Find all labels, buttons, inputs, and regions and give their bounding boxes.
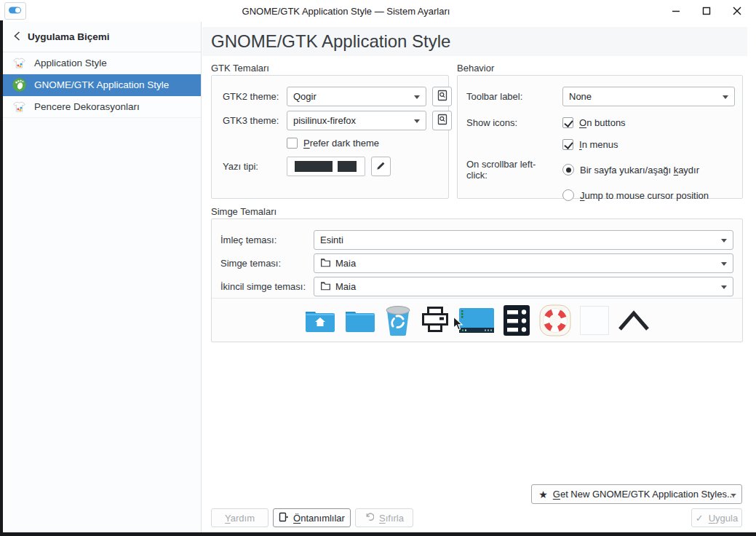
behavior-section-label: Behavior bbox=[457, 63, 494, 74]
application-style-icon bbox=[12, 55, 27, 71]
checkbox-checked[interactable] bbox=[562, 117, 573, 128]
apply-button[interactable]: ✓ Uygula bbox=[691, 508, 742, 527]
defaults-button[interactable]: Öntanımlılar bbox=[273, 508, 351, 527]
preview-icon bbox=[437, 114, 448, 127]
chevron-down-icon bbox=[721, 239, 727, 243]
system-settings-window: GNOME/GTK Application Style — Sistem Aya… bbox=[0, 0, 756, 536]
gtk3-preview-button[interactable] bbox=[432, 111, 452, 130]
reset-button[interactable]: Sıfırla bbox=[355, 508, 413, 527]
toggle-switch-icon bbox=[8, 6, 23, 17]
chevron-down-icon bbox=[723, 95, 728, 99]
window-title: GNOME/GTK Application Style — Sistem Aya… bbox=[26, 6, 666, 17]
get-new-styles-button[interactable]: ★ Get New GNOME/GTK Application Styles..… bbox=[531, 484, 742, 504]
scrollbar-left-click-label: On scrollbar left-click: bbox=[466, 159, 554, 181]
pencil-icon bbox=[375, 160, 386, 173]
sidebar-item-label: Pencere Dekorasyonları bbox=[34, 101, 140, 112]
checkbox-unchecked[interactable] bbox=[287, 138, 298, 149]
on-buttons-checkbox[interactable]: On buttons bbox=[562, 115, 733, 130]
gnome-foot-icon bbox=[12, 77, 27, 92]
show-icons-label: Show icons: bbox=[466, 117, 554, 128]
gtk2-preview-button[interactable] bbox=[432, 87, 452, 106]
font-name-block bbox=[295, 161, 333, 172]
server-database-icon bbox=[503, 304, 530, 336]
fallback-theme-combobox[interactable]: Maia bbox=[314, 277, 733, 296]
scroll-page-label: Bir sayfa yukarı/aşağı kaydır bbox=[580, 165, 699, 176]
preview-icon bbox=[437, 90, 448, 103]
mouse-cursor bbox=[453, 316, 463, 334]
toolbar-label-value: None bbox=[569, 91, 592, 102]
minimize-button[interactable] bbox=[666, 2, 686, 20]
toolbar-label-combobox[interactable]: None bbox=[562, 87, 735, 106]
sidebar-item-gnome-gtk-style[interactable]: GNOME/GTK Application Style bbox=[3, 74, 201, 96]
check-icon: ✓ bbox=[696, 513, 704, 524]
missing-icon bbox=[580, 306, 609, 335]
help-lifesaver-icon bbox=[538, 304, 572, 337]
sidebar-item-label: GNOME/GTK Application Style bbox=[34, 79, 169, 90]
folder-icon bbox=[320, 257, 331, 270]
gtk2-theme-label: GTK2 theme: bbox=[223, 91, 281, 102]
apply-label: Uygula bbox=[709, 513, 738, 524]
sidebar: Uygulama Biçemi Application Style GNOME/… bbox=[3, 22, 202, 532]
jump-to-cursor-label: Jump to mouse cursor position bbox=[580, 190, 709, 201]
cursor-theme-combobox[interactable]: Esinti bbox=[314, 230, 733, 250]
chevron-down-icon bbox=[721, 285, 727, 289]
icon-theme-label: Simge teması: bbox=[220, 258, 314, 269]
maximize-button[interactable] bbox=[696, 2, 717, 20]
gtk2-theme-combobox[interactable]: Qogir bbox=[287, 87, 426, 106]
undo-icon bbox=[365, 512, 374, 524]
gtk3-theme-combobox[interactable]: pisilinux-firefox bbox=[287, 111, 426, 130]
close-button[interactable] bbox=[727, 2, 747, 20]
icon-themes-section-label: Simge Temaları bbox=[211, 206, 276, 217]
sidebar-item-label: Application Style bbox=[34, 58, 107, 68]
radio-unselected[interactable] bbox=[562, 189, 574, 201]
fallback-theme-label: İkincil simge teması: bbox=[220, 281, 314, 292]
gtk3-theme-label: GTK3 theme: bbox=[223, 115, 281, 126]
defaults-label: Öntanımlılar bbox=[293, 513, 345, 524]
prefer-dark-theme-checkbox[interactable]: Prefer dark theme bbox=[287, 135, 437, 150]
folder-icon bbox=[320, 280, 331, 293]
window-bottom-edge bbox=[0, 532, 756, 536]
chevron-down-icon bbox=[731, 494, 736, 497]
radio-selected[interactable] bbox=[562, 164, 574, 176]
in-menus-checkbox[interactable]: In menus bbox=[562, 137, 733, 151]
folder-icon bbox=[344, 307, 376, 334]
font-preview-field bbox=[287, 157, 365, 176]
sidebar-toggle-button[interactable] bbox=[4, 2, 26, 20]
cursor-theme-label: İmleç teması: bbox=[220, 234, 314, 245]
chevron-down-icon bbox=[414, 119, 420, 123]
window-controls bbox=[666, 2, 747, 20]
defaults-icon bbox=[279, 512, 288, 524]
page-header: GNOME/GTK Application Style bbox=[202, 27, 747, 56]
on-buttons-label: On buttons bbox=[579, 117, 626, 128]
sidebar-back-label: Uygulama Biçemi bbox=[28, 31, 110, 42]
user-desktop-icon bbox=[458, 306, 495, 335]
icon-theme-combobox[interactable]: Maia bbox=[314, 253, 733, 273]
sidebar-back-header[interactable]: Uygulama Biçemi bbox=[3, 22, 201, 52]
go-up-icon bbox=[617, 310, 650, 331]
cursor-theme-value: Esinti bbox=[320, 234, 343, 245]
gtk-themes-section-label: GTK Temaları bbox=[211, 63, 269, 74]
scroll-page-radio[interactable]: Bir sayfa yukarı/aşağı kaydır bbox=[562, 162, 733, 177]
star-icon: ★ bbox=[538, 489, 548, 500]
help-label: Yardım bbox=[225, 513, 255, 524]
checkbox-checked[interactable] bbox=[562, 139, 573, 150]
font-edit-button[interactable] bbox=[371, 157, 391, 176]
titlebar: GNOME/GTK Application Style — Sistem Aya… bbox=[0, 0, 756, 22]
page-title: GNOME/GTK Application Style bbox=[211, 31, 450, 52]
icon-theme-value: Maia bbox=[335, 258, 356, 269]
behavior-group: Toolbar label: None Show icons: On butto… bbox=[457, 75, 743, 199]
font-label: Yazı tipi: bbox=[223, 161, 281, 172]
jump-to-cursor-radio[interactable]: Jump to mouse cursor position bbox=[562, 188, 733, 202]
back-chevron-icon bbox=[14, 31, 20, 43]
in-menus-label: In menus bbox=[579, 139, 618, 150]
window-decorations-icon bbox=[12, 99, 27, 114]
chevron-down-icon bbox=[414, 95, 420, 99]
gtk2-theme-value: Qogir bbox=[293, 91, 317, 102]
chevron-down-icon bbox=[721, 262, 727, 266]
sidebar-item-window-decorations[interactable]: Pencere Dekorasyonları bbox=[3, 96, 201, 118]
font-size-block bbox=[338, 161, 357, 172]
sidebar-item-application-style[interactable]: Application Style bbox=[3, 52, 201, 74]
printer-icon bbox=[420, 305, 450, 336]
help-button[interactable]: Yardım bbox=[211, 508, 268, 527]
prefer-dark-theme-label: Prefer dark theme bbox=[303, 138, 379, 149]
